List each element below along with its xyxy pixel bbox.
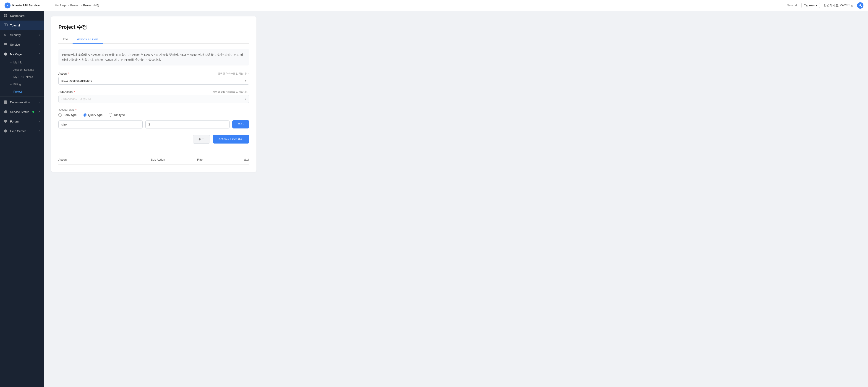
sidebar-item-help-center[interactable]: ? Help Center ↗ bbox=[0, 126, 44, 136]
tab-info[interactable]: Info bbox=[58, 35, 72, 43]
svg-rect-4 bbox=[6, 14, 7, 15]
radio-rlp-type-label: Rlp type bbox=[114, 113, 125, 117]
network-label: Network bbox=[787, 4, 798, 7]
filter-value-input[interactable] bbox=[145, 121, 229, 128]
sidebar-sub-myinfo-label: My Info bbox=[13, 61, 22, 64]
svg-rect-3 bbox=[4, 14, 5, 15]
cancel-button[interactable]: 취소 bbox=[193, 135, 210, 143]
sidebar-item-help-center-label: Help Center bbox=[10, 129, 26, 133]
radio-query-type-input[interactable] bbox=[83, 113, 87, 117]
submit-button[interactable]: Action & Filter 추가 bbox=[213, 135, 249, 143]
help-icon: ? bbox=[4, 129, 8, 133]
radio-query-type[interactable]: Query type bbox=[83, 113, 103, 117]
external-link-icon-help: ↗ bbox=[38, 130, 40, 132]
external-link-icon: ↗ bbox=[38, 101, 40, 104]
radio-rlp-type-input[interactable] bbox=[109, 113, 112, 117]
svg-point-9 bbox=[5, 34, 6, 36]
sidebar-sub-myerc-label: My ERC Tokens bbox=[13, 75, 33, 79]
action-hint: 검색할 Action을 입력합니다. bbox=[217, 72, 249, 75]
sidebar-item-tutorial-label: Tutorial bbox=[10, 24, 20, 27]
radio-rlp-type[interactable]: Rlp type bbox=[109, 113, 125, 117]
svg-rect-16 bbox=[4, 44, 5, 45]
sidebar-item-security-label: Security bbox=[10, 33, 21, 37]
col-action: Action bbox=[58, 158, 151, 162]
sidebar-item-service[interactable]: Service › bbox=[0, 40, 44, 49]
action-filter-section: Action Filter * Body type Query type bbox=[58, 108, 249, 128]
filter-required: * bbox=[75, 108, 76, 112]
svg-text:?: ? bbox=[5, 130, 6, 132]
breadcrumb-current: Project 수정 bbox=[83, 3, 99, 7]
page-card: Project 수정 Info Actions & Filters Projec… bbox=[51, 17, 256, 172]
svg-rect-6 bbox=[6, 16, 7, 17]
sidebar-sub-project[interactable]: Project bbox=[0, 88, 44, 95]
avatar[interactable] bbox=[857, 2, 863, 9]
sub-action-required: * bbox=[74, 90, 75, 94]
sidebar-item-dashboard[interactable]: Dashboard bbox=[0, 11, 44, 21]
tab-actions-filters[interactable]: Actions & Filters bbox=[72, 35, 103, 43]
sidebar-divider bbox=[0, 96, 44, 97]
key-icon bbox=[4, 33, 8, 37]
header-left: K Klaytn API Service My Page › Project ›… bbox=[5, 2, 99, 8]
add-filter-button[interactable]: 추가 bbox=[232, 120, 249, 128]
page-description: Project에서 호출할 API Action과 Filter를 정의합니다.… bbox=[58, 49, 249, 65]
svg-text:K: K bbox=[7, 4, 8, 7]
book-icon bbox=[4, 100, 8, 104]
breadcrumb-sep2: › bbox=[81, 4, 82, 7]
chevron-right-icon-service: › bbox=[39, 43, 40, 46]
breadcrumb: My Page › Project › Project 수정 bbox=[55, 3, 99, 7]
sub-action-select-wrapper: Sub Action이 없습니다 ▾ bbox=[58, 95, 249, 103]
chevron-down-icon-mypage: ˅ bbox=[39, 53, 40, 56]
action-section: Action * 검색할 Action을 입력합니다. kip17::GetTo… bbox=[58, 72, 249, 85]
network-value: Cypress bbox=[804, 4, 815, 7]
radio-body-type-input[interactable] bbox=[58, 113, 62, 117]
breadcrumb-project[interactable]: Project bbox=[70, 4, 80, 7]
sidebar-sub-account-security-label: Account Security bbox=[13, 68, 34, 71]
svg-rect-5 bbox=[4, 16, 5, 17]
form-actions: 취소 Action & Filter 추가 bbox=[58, 135, 249, 143]
action-filter-label: Action Filter * bbox=[58, 108, 249, 112]
sub-action-select[interactable]: Sub Action이 없습니다 bbox=[58, 95, 249, 103]
sidebar-item-security[interactable]: Security › bbox=[0, 30, 44, 40]
sub-action-section: Sub Action * 검색할 Sub Action을 입력합니다. Sub … bbox=[58, 90, 249, 103]
sidebar-sub-billing-label: Billing bbox=[13, 83, 21, 86]
filter-key-input[interactable] bbox=[58, 121, 143, 128]
sidebar-item-mypage-label: My Page bbox=[10, 53, 22, 56]
table-header: Action Sub Action Filter 삭제 bbox=[58, 156, 249, 164]
sidebar-item-documentation-label: Documentation bbox=[10, 101, 30, 104]
radio-body-type[interactable]: Body type bbox=[58, 113, 77, 117]
sidebar-item-service-status-label: Service Status bbox=[10, 110, 29, 114]
chat-icon bbox=[4, 119, 8, 124]
sidebar-sub-account-security[interactable]: Account Security bbox=[0, 66, 44, 73]
table-section: Action Sub Action Filter 삭제 bbox=[58, 151, 249, 164]
radio-body-type-label: Body type bbox=[63, 113, 77, 117]
play-icon bbox=[4, 23, 8, 27]
breadcrumb-mypage[interactable]: My Page bbox=[55, 4, 66, 7]
sidebar-sub-project-label: Project bbox=[13, 90, 22, 93]
sidebar-item-forum[interactable]: Forum ↗ bbox=[0, 117, 44, 126]
main-layout: Dashboard Tutorial Security › bbox=[0, 11, 868, 387]
user-icon bbox=[859, 4, 862, 7]
chevron-down-icon: ▾ bbox=[816, 4, 817, 7]
user-circle-icon bbox=[4, 52, 8, 56]
sidebar: Dashboard Tutorial Security › bbox=[0, 11, 44, 387]
sidebar-item-service-status[interactable]: Service Status ↗ bbox=[0, 107, 44, 117]
page-title: Project 수정 bbox=[58, 24, 249, 31]
svg-rect-18 bbox=[6, 44, 7, 45]
col-delete: 삭제 bbox=[243, 158, 249, 162]
sidebar-item-documentation[interactable]: Documentation ↗ bbox=[0, 97, 44, 107]
breadcrumb-sep1: › bbox=[68, 4, 69, 7]
action-select[interactable]: kip17::GetTokenHistory bbox=[58, 77, 249, 85]
sidebar-sub-myerc[interactable]: My ERC Tokens bbox=[0, 73, 44, 81]
svg-rect-15 bbox=[6, 43, 7, 44]
radio-query-type-label: Query type bbox=[88, 113, 103, 117]
sidebar-item-mypage[interactable]: My Page ˅ bbox=[0, 49, 44, 59]
grid-icon bbox=[4, 14, 8, 18]
network-selector[interactable]: Cypress ▾ bbox=[801, 3, 820, 8]
svg-rect-17 bbox=[5, 44, 6, 45]
app-name: Klaytn API Service bbox=[12, 4, 40, 7]
sidebar-item-tutorial[interactable]: Tutorial bbox=[0, 21, 44, 30]
sidebar-sub-myinfo[interactable]: My Info bbox=[0, 59, 44, 66]
main-content: Project 수정 Info Actions & Filters Projec… bbox=[44, 11, 868, 387]
sidebar-sub-billing[interactable]: Billing bbox=[0, 81, 44, 88]
klaytn-logo-icon: K bbox=[5, 2, 10, 8]
